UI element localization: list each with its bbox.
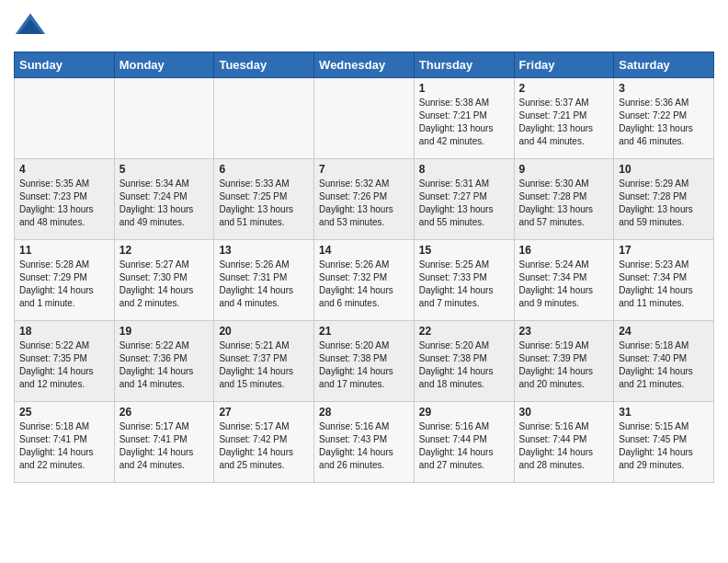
week-row-1: 1Sunrise: 5:38 AM Sunset: 7:21 PM Daylig… [15,78,714,159]
day-cell: 30Sunrise: 5:16 AM Sunset: 7:44 PM Dayli… [514,402,614,483]
day-info: Sunrise: 5:36 AM Sunset: 7:22 PM Dayligh… [619,97,709,148]
day-number: 1 [419,82,509,95]
header-day-monday: Monday [114,52,214,78]
week-row-4: 18Sunrise: 5:22 AM Sunset: 7:35 PM Dayli… [15,321,714,402]
day-cell: 17Sunrise: 5:23 AM Sunset: 7:34 PM Dayli… [614,240,714,321]
day-cell: 15Sunrise: 5:25 AM Sunset: 7:33 PM Dayli… [414,240,514,321]
day-info: Sunrise: 5:29 AM Sunset: 7:28 PM Dayligh… [619,178,709,229]
day-number: 17 [619,244,709,257]
day-info: Sunrise: 5:34 AM Sunset: 7:24 PM Dayligh… [119,178,210,229]
day-info: Sunrise: 5:23 AM Sunset: 7:34 PM Dayligh… [619,259,709,310]
day-info: Sunrise: 5:22 AM Sunset: 7:36 PM Dayligh… [119,339,210,391]
day-info: Sunrise: 5:31 AM Sunset: 7:27 PM Dayligh… [419,178,509,229]
day-number: 10 [619,163,709,176]
day-info: Sunrise: 5:35 AM Sunset: 7:23 PM Dayligh… [19,178,109,229]
day-number: 31 [619,406,709,419]
day-number: 12 [119,244,210,257]
day-number: 19 [119,325,210,338]
day-info: Sunrise: 5:22 AM Sunset: 7:35 PM Dayligh… [19,339,109,391]
day-cell: 14Sunrise: 5:26 AM Sunset: 7:32 PM Dayli… [314,240,415,321]
day-number: 13 [219,244,309,257]
day-cell: 23Sunrise: 5:19 AM Sunset: 7:39 PM Dayli… [514,321,614,402]
day-number: 9 [519,163,609,176]
day-info: Sunrise: 5:15 AM Sunset: 7:45 PM Dayligh… [619,420,709,472]
header-day-wednesday: Wednesday [314,52,415,78]
day-number: 28 [319,406,409,419]
day-info: Sunrise: 5:37 AM Sunset: 7:21 PM Dayligh… [519,97,609,148]
day-cell: 4Sunrise: 5:35 AM Sunset: 7:23 PM Daylig… [15,159,115,240]
day-number: 29 [419,406,509,419]
page: SundayMondayTuesdayWednesdayThursdayFrid… [0,0,728,497]
week-row-5: 25Sunrise: 5:18 AM Sunset: 7:41 PM Dayli… [15,402,714,483]
day-number: 30 [519,406,609,419]
week-row-3: 11Sunrise: 5:28 AM Sunset: 7:29 PM Dayli… [15,240,714,321]
day-cell [314,78,415,159]
day-number: 22 [419,325,509,338]
day-number: 4 [19,163,109,176]
day-info: Sunrise: 5:33 AM Sunset: 7:25 PM Dayligh… [219,178,309,229]
header-day-thursday: Thursday [414,52,514,78]
day-cell: 28Sunrise: 5:16 AM Sunset: 7:43 PM Dayli… [314,402,415,483]
day-number: 11 [19,244,109,257]
day-info: Sunrise: 5:16 AM Sunset: 7:44 PM Dayligh… [519,420,609,472]
header [14,9,714,42]
day-number: 15 [419,244,509,257]
day-info: Sunrise: 5:18 AM Sunset: 7:40 PM Dayligh… [619,339,709,391]
day-cell: 25Sunrise: 5:18 AM Sunset: 7:41 PM Dayli… [15,402,115,483]
day-cell: 26Sunrise: 5:17 AM Sunset: 7:41 PM Dayli… [114,402,214,483]
day-cell: 3Sunrise: 5:36 AM Sunset: 7:22 PM Daylig… [614,78,714,159]
day-cell: 27Sunrise: 5:17 AM Sunset: 7:42 PM Dayli… [214,402,314,483]
day-info: Sunrise: 5:26 AM Sunset: 7:32 PM Dayligh… [319,259,409,310]
day-info: Sunrise: 5:16 AM Sunset: 7:43 PM Dayligh… [319,420,409,472]
day-info: Sunrise: 5:30 AM Sunset: 7:28 PM Dayligh… [519,178,609,229]
day-cell: 19Sunrise: 5:22 AM Sunset: 7:36 PM Dayli… [114,321,214,402]
day-cell: 16Sunrise: 5:24 AM Sunset: 7:34 PM Dayli… [514,240,614,321]
day-info: Sunrise: 5:19 AM Sunset: 7:39 PM Dayligh… [519,339,609,391]
day-info: Sunrise: 5:27 AM Sunset: 7:30 PM Dayligh… [119,259,210,310]
day-number: 7 [319,163,409,176]
day-number: 6 [219,163,309,176]
day-info: Sunrise: 5:20 AM Sunset: 7:38 PM Dayligh… [319,339,409,391]
day-cell [15,78,115,159]
logo-icon [14,9,47,42]
day-info: Sunrise: 5:38 AM Sunset: 7:21 PM Dayligh… [419,97,509,148]
header-row: SundayMondayTuesdayWednesdayThursdayFrid… [15,52,714,78]
day-cell: 9Sunrise: 5:30 AM Sunset: 7:28 PM Daylig… [514,159,614,240]
header-day-tuesday: Tuesday [214,52,314,78]
day-number: 25 [19,406,109,419]
day-cell: 12Sunrise: 5:27 AM Sunset: 7:30 PM Dayli… [114,240,214,321]
day-info: Sunrise: 5:16 AM Sunset: 7:44 PM Dayligh… [419,420,509,472]
day-cell: 11Sunrise: 5:28 AM Sunset: 7:29 PM Dayli… [15,240,115,321]
day-info: Sunrise: 5:24 AM Sunset: 7:34 PM Dayligh… [519,259,609,310]
day-number: 14 [319,244,409,257]
day-number: 20 [219,325,309,338]
header-day-sunday: Sunday [15,52,115,78]
day-cell: 8Sunrise: 5:31 AM Sunset: 7:27 PM Daylig… [414,159,514,240]
week-row-2: 4Sunrise: 5:35 AM Sunset: 7:23 PM Daylig… [15,159,714,240]
day-info: Sunrise: 5:25 AM Sunset: 7:33 PM Dayligh… [419,259,509,310]
day-info: Sunrise: 5:17 AM Sunset: 7:41 PM Dayligh… [119,420,210,472]
day-info: Sunrise: 5:28 AM Sunset: 7:29 PM Dayligh… [19,259,109,310]
calendar-table: SundayMondayTuesdayWednesdayThursdayFrid… [14,52,714,483]
header-day-saturday: Saturday [614,52,714,78]
day-info: Sunrise: 5:32 AM Sunset: 7:26 PM Dayligh… [319,178,409,229]
day-cell [214,78,314,159]
day-cell: 18Sunrise: 5:22 AM Sunset: 7:35 PM Dayli… [15,321,115,402]
day-info: Sunrise: 5:17 AM Sunset: 7:42 PM Dayligh… [219,420,309,472]
day-cell: 31Sunrise: 5:15 AM Sunset: 7:45 PM Dayli… [614,402,714,483]
day-cell: 13Sunrise: 5:26 AM Sunset: 7:31 PM Dayli… [214,240,314,321]
day-info: Sunrise: 5:26 AM Sunset: 7:31 PM Dayligh… [219,259,309,310]
day-number: 8 [419,163,509,176]
day-cell [114,78,214,159]
day-number: 2 [519,82,609,95]
day-cell: 5Sunrise: 5:34 AM Sunset: 7:24 PM Daylig… [114,159,214,240]
day-info: Sunrise: 5:18 AM Sunset: 7:41 PM Dayligh… [19,420,109,472]
day-number: 21 [319,325,409,338]
day-number: 5 [119,163,210,176]
day-number: 16 [519,244,609,257]
logo [14,9,51,42]
day-cell: 24Sunrise: 5:18 AM Sunset: 7:40 PM Dayli… [614,321,714,402]
day-cell: 22Sunrise: 5:20 AM Sunset: 7:38 PM Dayli… [414,321,514,402]
day-number: 23 [519,325,609,338]
day-cell: 29Sunrise: 5:16 AM Sunset: 7:44 PM Dayli… [414,402,514,483]
